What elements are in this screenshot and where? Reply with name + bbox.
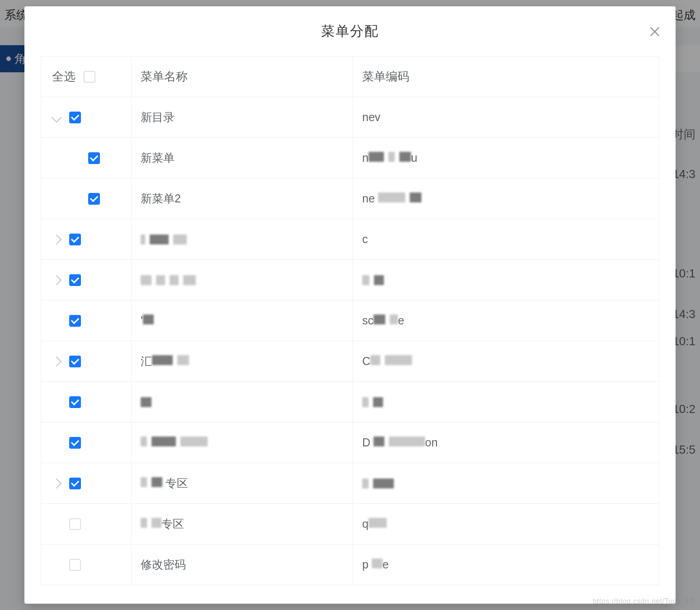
- row-checkbox[interactable]: [69, 559, 81, 571]
- menu-name: 新目录: [141, 110, 175, 125]
- chevron-right-icon: [52, 234, 62, 244]
- watermark: https://blog.csdn.net/Tony_ET: [593, 597, 695, 605]
- row-checkbox[interactable]: [69, 112, 81, 123]
- row-checkbox[interactable]: [69, 315, 81, 327]
- dialog-body: 全选 菜单名称 菜单编码: [24, 56, 676, 594]
- row-checkbox[interactable]: [69, 356, 81, 367]
- table-row: c: [41, 219, 659, 260]
- menu-code: D on: [362, 436, 438, 449]
- chevron-down-icon: [52, 112, 62, 122]
- table-row: [41, 260, 659, 300]
- expand-toggle[interactable]: [50, 114, 63, 121]
- expand-toggle[interactable]: [50, 236, 63, 243]
- table-row: 汇 C: [41, 341, 659, 382]
- menu-name: 新菜单2: [141, 191, 181, 206]
- menu-name: ': [141, 314, 154, 327]
- table-row: 新菜单 nu: [41, 138, 659, 178]
- row-checkbox[interactable]: [69, 396, 81, 408]
- row-checkbox[interactable]: [69, 478, 81, 489]
- column-menu-name: 菜单名称: [132, 56, 353, 97]
- menu-code: q: [362, 517, 387, 530]
- menu-code: p e: [362, 558, 389, 571]
- menu-name: [141, 275, 196, 285]
- menu-name: 修改密码: [141, 557, 186, 572]
- menu-code: [362, 397, 383, 407]
- menu-name: 专区: [141, 516, 184, 531]
- menu-assignment-dialog: 菜单分配 全选 菜单名称: [24, 6, 676, 604]
- row-checkbox[interactable]: [69, 274, 81, 286]
- menu-name: [141, 397, 151, 407]
- chevron-right-icon: [52, 478, 62, 488]
- dialog-header: 菜单分配: [24, 6, 676, 56]
- table-row: 修改密码 p e: [41, 544, 659, 585]
- table-row: 专区: [41, 463, 659, 504]
- row-checkbox[interactable]: [88, 193, 100, 205]
- row-checkbox[interactable]: [69, 437, 81, 449]
- chevron-right-icon: [52, 275, 62, 285]
- close-icon[interactable]: [648, 25, 661, 38]
- menu-name: [141, 235, 187, 244]
- menu-code: C: [362, 355, 412, 368]
- select-all-checkbox[interactable]: [84, 71, 95, 83]
- row-checkbox[interactable]: [69, 518, 81, 530]
- menu-code: ne: [362, 192, 421, 205]
- table-row: 新目录 nev: [41, 97, 659, 138]
- menu-code: [362, 275, 384, 285]
- menu-name: 新菜单: [141, 150, 175, 165]
- row-checkbox[interactable]: [69, 234, 81, 245]
- row-checkbox[interactable]: [88, 152, 100, 164]
- select-all-header: 全选: [41, 56, 132, 97]
- menu-code: c: [362, 233, 368, 246]
- menu-table: 全选 菜单名称 菜单编码: [41, 56, 659, 585]
- table-row: 专区 q: [41, 504, 659, 544]
- menu-code: [362, 479, 394, 488]
- column-menu-code: 菜单编码: [353, 56, 659, 97]
- table-row: D on: [41, 422, 659, 463]
- menu-name: 专区: [141, 476, 188, 491]
- expand-toggle[interactable]: [50, 358, 63, 365]
- menu-code: nu: [362, 151, 417, 164]
- menu-code: sce: [362, 314, 404, 327]
- table-row: ' sce: [41, 300, 659, 341]
- chevron-right-icon: [52, 356, 62, 366]
- dialog-title: 菜单分配: [321, 22, 379, 41]
- menu-name: 汇: [141, 354, 189, 369]
- select-all-label: 全选: [52, 69, 76, 84]
- table-row: 新菜单2 ne: [41, 178, 659, 219]
- table-row: [41, 382, 659, 422]
- expand-toggle[interactable]: [50, 277, 63, 284]
- menu-code: nev: [362, 111, 380, 124]
- expand-toggle[interactable]: [50, 480, 63, 487]
- menu-name: [141, 436, 208, 449]
